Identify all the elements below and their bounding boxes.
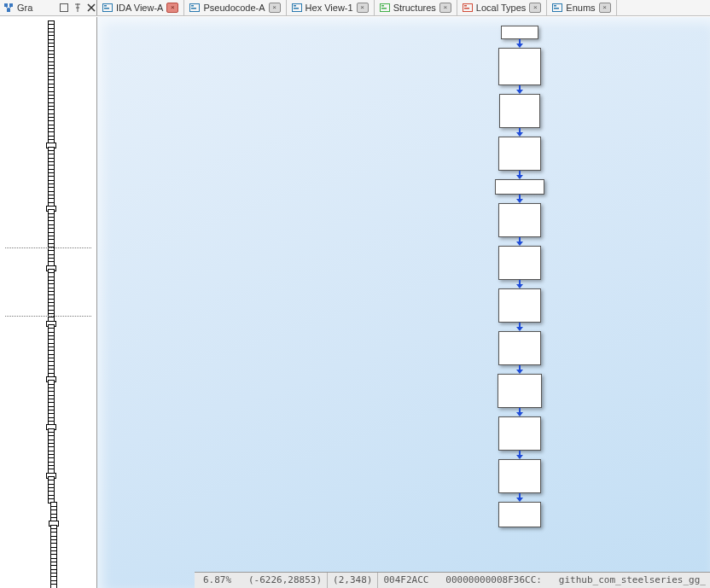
graph-block[interactable] xyxy=(498,502,541,527)
graph-edge xyxy=(516,280,523,288)
tab-label: Hex View-1 xyxy=(306,0,353,15)
overview-graph-icon xyxy=(3,3,14,13)
svg-rect-6 xyxy=(104,8,109,9)
overview-node xyxy=(50,584,57,588)
tab-local-types[interactable]: Local Types× xyxy=(457,0,548,15)
tabstrip: Gra IDA View-A×Pseudocode-A×Hex View-1×S… xyxy=(0,0,710,16)
graph-block[interactable] xyxy=(501,26,538,39)
svg-rect-17 xyxy=(464,5,467,7)
graph-block[interactable] xyxy=(498,374,542,408)
svg-rect-8 xyxy=(191,5,194,7)
graph-edge xyxy=(516,451,523,459)
status-address: 004F2ACC 00000000008F36CC: github_com_st… xyxy=(378,573,707,588)
tab-structures[interactable]: Structures× xyxy=(375,0,457,15)
types-icon xyxy=(463,3,473,13)
svg-rect-2 xyxy=(7,9,10,12)
body: 6.87% (-6226,28853) (2,348) 004F2ACC 000… xyxy=(0,16,710,588)
hex-icon xyxy=(292,3,302,13)
graph-block[interactable] xyxy=(498,459,541,493)
overview-restore-icon[interactable] xyxy=(59,3,69,13)
close-icon[interactable]: × xyxy=(357,3,369,13)
graph-block[interactable] xyxy=(498,331,541,365)
graph-flow xyxy=(494,26,545,571)
graph-edge xyxy=(516,85,523,94)
tab-pseudocode-a[interactable]: Pseudocode-A× xyxy=(184,0,286,15)
struct-icon xyxy=(380,3,390,13)
graph-block[interactable] xyxy=(498,203,541,237)
svg-rect-11 xyxy=(294,5,296,7)
graph-edge xyxy=(516,39,523,48)
graph-block[interactable] xyxy=(498,48,541,85)
graph-edge xyxy=(516,237,523,246)
graph-block[interactable] xyxy=(498,288,541,323)
enums-icon xyxy=(552,3,562,13)
svg-rect-21 xyxy=(554,8,559,9)
graph-edge xyxy=(516,365,523,374)
svg-rect-3 xyxy=(61,4,68,12)
tab-label: Structures xyxy=(393,0,436,15)
status-bar: 6.87% (-6226,28853) (2,348) 004F2ACC 000… xyxy=(195,572,710,588)
svg-rect-15 xyxy=(381,8,387,9)
tab-enums[interactable]: Enums× xyxy=(547,0,616,15)
close-icon[interactable]: × xyxy=(439,3,451,13)
graph-block[interactable] xyxy=(498,416,541,451)
graph-edge xyxy=(516,128,523,137)
app-root: Gra IDA View-A×Pseudocode-A×Hex View-1×S… xyxy=(0,0,710,588)
graph-edge xyxy=(516,493,523,502)
svg-rect-5 xyxy=(104,5,107,7)
graph-overview[interactable] xyxy=(0,17,97,588)
overview-pin-icon[interactable] xyxy=(73,3,83,13)
svg-rect-12 xyxy=(294,8,299,9)
status-coords: (2,348) xyxy=(328,573,378,588)
close-icon[interactable]: × xyxy=(599,3,611,13)
overview-divider xyxy=(5,247,91,248)
graph-edge xyxy=(516,171,523,179)
view-icon xyxy=(102,3,113,13)
graph-block[interactable] xyxy=(498,137,541,171)
close-icon[interactable]: × xyxy=(166,3,178,13)
svg-rect-20 xyxy=(554,5,556,7)
tab-label: IDA View-A xyxy=(116,0,163,15)
graph-edge xyxy=(516,408,523,416)
close-icon[interactable]: × xyxy=(269,3,281,13)
graph-block[interactable] xyxy=(499,94,540,128)
svg-rect-0 xyxy=(4,3,8,7)
overview-divider xyxy=(5,316,91,317)
tab-hex-view-1[interactable]: Hex View-1× xyxy=(287,0,375,15)
overview-close-icon[interactable] xyxy=(86,3,96,13)
tab-label: Pseudocode-A xyxy=(203,0,265,15)
graph-block[interactable] xyxy=(495,179,544,195)
overview-header: Gra xyxy=(0,0,97,15)
tab-label: Enums xyxy=(566,0,595,15)
pseudo-icon xyxy=(189,3,200,13)
tab-label: Local Types xyxy=(476,0,527,15)
tab-ida-view-a[interactable]: IDA View-A× xyxy=(97,0,184,15)
graph-canvas[interactable]: 6.87% (-6226,28853) (2,348) 004F2ACC 000… xyxy=(97,17,710,588)
svg-rect-14 xyxy=(381,5,384,7)
svg-rect-18 xyxy=(464,8,469,9)
close-icon[interactable]: × xyxy=(529,3,541,13)
svg-rect-1 xyxy=(9,3,13,7)
graph-edge xyxy=(516,195,523,203)
graph-edge xyxy=(516,323,523,331)
graph-block[interactable] xyxy=(498,246,541,280)
svg-rect-9 xyxy=(191,8,196,9)
overview-title: Gra xyxy=(17,3,32,13)
status-zoom: 6.87% (-6226,28853) xyxy=(198,573,328,588)
